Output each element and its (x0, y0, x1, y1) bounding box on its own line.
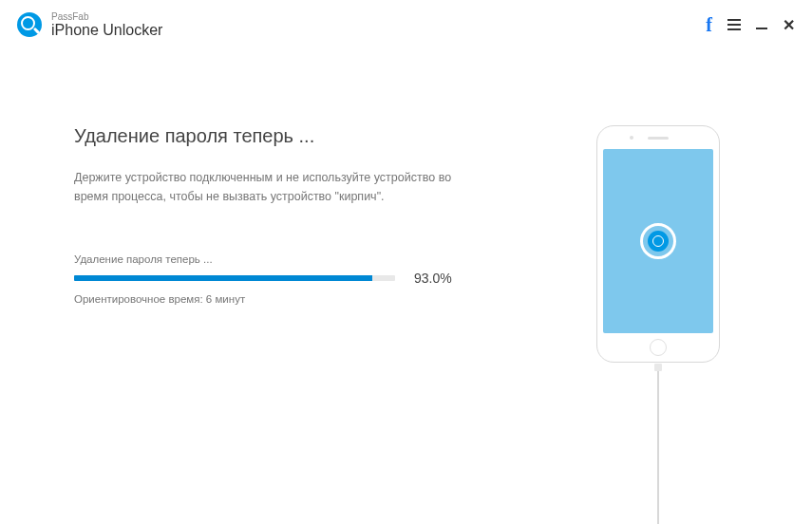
phone-camera-icon (630, 136, 633, 140)
main-content: Удаление пароля теперь ... Держите устро… (0, 49, 812, 363)
brand-name-small: PassFab (51, 11, 162, 22)
header-brand: PassFab iPhone Unlocker (17, 11, 162, 39)
progress-bar-fill (74, 275, 372, 281)
phone-screen (603, 149, 713, 333)
phone-speaker-icon (648, 137, 669, 140)
facebook-icon[interactable]: f (706, 14, 712, 36)
progress-row: 93.0% (74, 271, 475, 286)
progress-label: Удаление пароля теперь ... (74, 253, 475, 265)
close-icon[interactable]: ✕ (783, 16, 795, 34)
phone-illustration (596, 125, 720, 363)
processing-spinner-icon (640, 223, 676, 259)
right-panel (503, 125, 812, 363)
phone-cable-icon (657, 364, 659, 524)
minimize-icon[interactable] (756, 28, 767, 29)
logo-icon (17, 12, 42, 37)
phone-home-button-icon (650, 339, 667, 356)
time-estimate: Ориентировочное время: 6 минут (74, 293, 475, 305)
page-title: Удаление пароля теперь ... (74, 125, 475, 147)
brand-text: PassFab iPhone Unlocker (51, 11, 162, 39)
left-panel: Удаление пароля теперь ... Держите устро… (0, 125, 503, 363)
menu-icon[interactable] (727, 19, 741, 30)
app-header: PassFab iPhone Unlocker f ✕ (0, 0, 812, 49)
progress-bar (74, 275, 395, 281)
header-controls: f ✕ (706, 14, 795, 36)
brand-name-large: iPhone Unlocker (51, 22, 162, 39)
progress-percent: 93.0% (414, 271, 452, 286)
page-description: Держите устройство подключенным и не исп… (74, 168, 475, 206)
